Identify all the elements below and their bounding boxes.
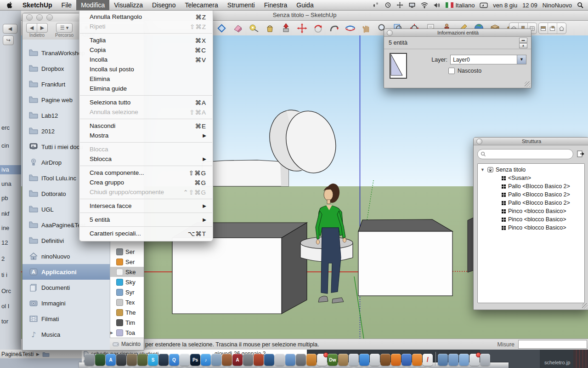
dock-icon-app-store[interactable]: A	[106, 354, 116, 366]
resize-grip[interactable]	[582, 303, 588, 309]
dock-icon-excel[interactable]	[95, 354, 105, 366]
file-row-syr[interactable]: Syr	[110, 287, 144, 297]
action-button-fragment[interactable]: ↪	[3, 35, 14, 45]
menu-finestra[interactable]: Finestra	[260, 0, 292, 10]
followme-tool-icon[interactable]	[328, 22, 340, 34]
wifi-status-icon[interactable]	[421, 2, 428, 8]
menu-sketchup[interactable]: SketchUp	[18, 0, 57, 10]
menu-item-crea-componente-[interactable]: Crea componente...⇧⌘G	[79, 168, 213, 178]
entity-info-titlebar[interactable]: Informazioni entità	[384, 29, 531, 37]
sidebar-item-filmati[interactable]: Filmati	[23, 311, 110, 327]
input-language[interactable]: Italiano	[446, 2, 475, 9]
menubar-user[interactable]: NinoNuovo	[543, 2, 572, 9]
file-row-the[interactable]: The	[110, 307, 144, 317]
close-icon[interactable]	[387, 30, 393, 36]
tape-tool-icon[interactable]	[247, 22, 260, 34]
path-control[interactable]: ☰ ▾ Percorso	[55, 23, 74, 38]
menu-item-seleziona-tutto[interactable]: Seleziona tutto⌘A	[79, 98, 213, 107]
measure-input[interactable]	[518, 340, 587, 349]
menu-item-annulla-rettangolo[interactable]: Annulla Rettangolo⌘Z	[79, 12, 213, 22]
dock-icon-aperture[interactable]	[254, 354, 264, 366]
disclosure-triangle-icon[interactable]: ▼	[481, 167, 485, 172]
dock-icon-globe-app[interactable]	[264, 354, 274, 366]
dock-icon-pages[interactable]	[306, 354, 317, 366]
outliner-item[interactable]: Pallo <Blocco Basico 2>	[478, 199, 584, 207]
pushpull-tool-icon[interactable]	[279, 22, 292, 34]
file-row-tim[interactable]: Tim	[110, 317, 144, 328]
zoom-button[interactable]	[46, 14, 53, 21]
rotate-tool-icon[interactable]	[311, 22, 324, 34]
menu-item-nascondi[interactable]: Nascondi⌘E	[79, 121, 213, 131]
dock-icon-cards[interactable]	[469, 354, 480, 366]
time-machine-icon[interactable]	[384, 2, 391, 8]
dock-icon-garageband[interactable]	[222, 354, 232, 366]
dock-icon-photoshop[interactable]: Ps	[190, 354, 200, 366]
menu-visualizza[interactable]: Visualizza	[109, 0, 147, 10]
apple-menu-icon[interactable]	[0, 2, 18, 9]
dock-icon-folder-docs[interactable]	[448, 354, 458, 366]
outliner-item[interactable]: Pallo <Blocco Basico 2>	[478, 190, 584, 199]
user-switch-icon[interactable]	[480, 2, 488, 8]
menu-item-mostra[interactable]: Mostra▶	[79, 131, 213, 140]
dock-icon-pen[interactable]	[296, 354, 306, 366]
outliner-item[interactable]: Pallo <Blocco Basico 2>	[478, 182, 584, 190]
sidebar-item-applicazioni[interactable]: AApplicazioni	[23, 264, 110, 280]
resize-grip[interactable]	[525, 81, 530, 87]
dock-icon-rocket[interactable]	[180, 354, 190, 366]
dock-icon-fox[interactable]	[380, 354, 390, 366]
outliner-item[interactable]: Pinco <blocco Basico>	[478, 215, 584, 224]
back-icon[interactable]: ◀	[27, 23, 37, 32]
dock-icon-plugin[interactable]	[370, 354, 380, 366]
menu-telecamera[interactable]: Telecamera	[180, 0, 222, 10]
dock-icon-folder-box[interactable]	[459, 354, 469, 366]
ground-cylinder[interactable]	[202, 160, 288, 186]
dock-icon-sketchup[interactable]: /	[423, 354, 433, 366]
move-status-icon[interactable]	[396, 2, 403, 8]
menu-strumenti[interactable]: Strumenti	[223, 0, 260, 10]
menu-item-taglia[interactable]: Taglia⌘X	[79, 35, 213, 45]
box-page-button[interactable]	[548, 23, 557, 34]
panel-shade-control[interactable]: ▬▲	[519, 38, 527, 48]
dock-icon-sketch-app[interactable]	[275, 354, 285, 366]
outliner-search-input[interactable]	[477, 149, 573, 159]
sidebar-item-musica[interactable]: ♪Musica	[23, 327, 110, 342]
orbit-tool-icon[interactable]	[344, 22, 356, 34]
outliner-item[interactable]: Pinco <blocco Basico>	[478, 207, 584, 215]
menu-disegno[interactable]: Disegno	[147, 0, 180, 10]
menu-file[interactable]: File	[57, 0, 77, 10]
menu-item-caratteri-speciali-[interactable]: Caratteri speciali...⌥⌘T	[79, 229, 213, 238]
file-row-ser[interactable]: Ser	[110, 257, 144, 267]
spotlight-icon[interactable]	[577, 2, 583, 8]
sidebar-item-ninonuovo[interactable]: ninoNuovo	[23, 248, 110, 264]
file-row-ser[interactable]: Ser	[110, 247, 144, 257]
menu-item-incolla-sul-posto[interactable]: Incolla sul posto	[79, 64, 213, 74]
sidebar-item-documenti[interactable]: Documenti	[23, 280, 110, 295]
phone-status-icon[interactable]	[373, 2, 379, 8]
minimize-button[interactable]	[36, 14, 43, 21]
file-row-ske[interactable]: Ske	[110, 267, 144, 277]
display-status-icon[interactable]	[408, 2, 416, 8]
dock-icon-skype[interactable]: S	[148, 354, 158, 366]
path-bar[interactable]: Pagine&Testi ▶	[0, 350, 84, 358]
dock-icon-itunes[interactable]: ♪	[201, 354, 211, 366]
move-tool-icon[interactable]	[295, 22, 308, 34]
desktop-file-label[interactable]: scheletro.jp	[544, 360, 570, 365]
menu-modifica[interactable]: Modifica	[76, 0, 109, 10]
dock-icon-army[interactable]	[137, 354, 147, 366]
dock-icon-iphoto[interactable]	[127, 354, 137, 366]
outliner-item[interactable]: <Susan>	[478, 174, 584, 182]
file-row-tex[interactable]: Tex	[110, 297, 144, 307]
outliner-titlebar[interactable]: Struttura	[474, 138, 588, 145]
dock-icon-swirl[interactable]	[401, 354, 412, 366]
close-button[interactable]	[26, 14, 33, 21]
eraser-tool-icon[interactable]	[231, 22, 244, 34]
menu-item-interseca-facce[interactable]: Interseca facce▶	[79, 201, 213, 211]
dock-icon-reader[interactable]: A	[232, 354, 243, 366]
box-top-button[interactable]	[539, 23, 548, 34]
menu-guida[interactable]: Guida	[292, 0, 318, 10]
house-outline-button[interactable]	[557, 23, 566, 34]
menu-item-copia[interactable]: Copia⌘C	[79, 45, 213, 55]
paint-tool-icon[interactable]	[263, 22, 276, 34]
dock-icon-utility[interactable]	[85, 354, 95, 366]
menu-item-elimina[interactable]: Elimina	[79, 74, 213, 84]
